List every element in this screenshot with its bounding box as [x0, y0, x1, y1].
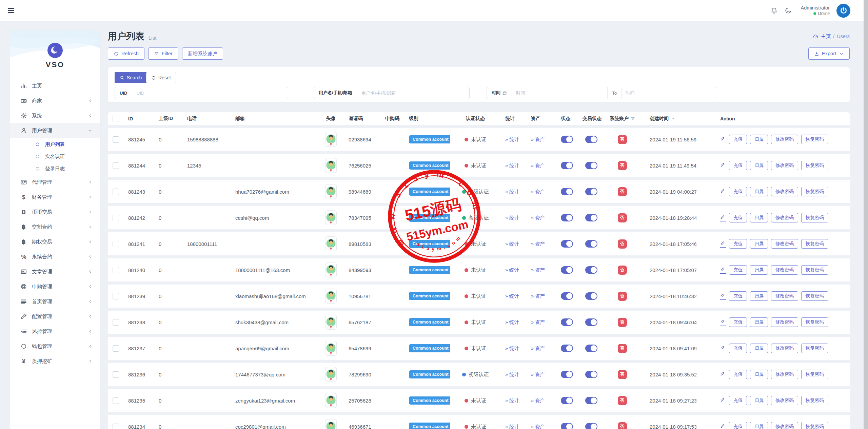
status-toggle[interactable]: [561, 423, 573, 429]
sidebar-item-2[interactable]: 系统: [10, 108, 100, 123]
sidebar-item-1[interactable]: 商家: [10, 93, 100, 108]
status-toggle[interactable]: [561, 240, 573, 248]
ownership-button[interactable]: 归属: [750, 265, 768, 275]
uid-input[interactable]: [132, 91, 288, 96]
status-toggle[interactable]: [561, 136, 573, 143]
stats-link[interactable]: » 统计: [505, 215, 519, 221]
sidebar-submenu-item[interactable]: 登录日志: [10, 162, 100, 175]
trade-status-toggle[interactable]: [585, 371, 597, 378]
stats-link[interactable]: » 统计: [505, 319, 519, 326]
sidebar-item-4[interactable]: 代理管理: [10, 175, 100, 190]
assets-link[interactable]: » 资产: [531, 241, 545, 247]
recharge-button[interactable]: 充值: [729, 265, 747, 275]
row-checkbox[interactable]: [113, 162, 119, 169]
recharge-button[interactable]: 充值: [729, 370, 747, 379]
restore-password-button[interactable]: 恢复密码: [801, 135, 828, 144]
restore-password-button[interactable]: 恢复密码: [801, 422, 828, 429]
assets-link[interactable]: » 资产: [531, 319, 545, 326]
trade-status-toggle[interactable]: [585, 345, 597, 352]
sidebar-item-9[interactable]: % 永续合约: [10, 249, 100, 264]
sidebar-item-16[interactable]: ¥ 质押挖矿: [10, 354, 100, 369]
recharge-button[interactable]: 充值: [729, 396, 747, 405]
breadcrumb-home-link[interactable]: 主页: [821, 33, 831, 40]
ownership-button[interactable]: 归属: [750, 317, 768, 327]
ownership-button[interactable]: 归属: [750, 396, 768, 405]
header-system-account[interactable]: 系统账户: [605, 116, 639, 122]
header-created-time[interactable]: 创建时间: [639, 116, 696, 122]
trade-status-toggle[interactable]: [585, 136, 597, 143]
trade-status-toggle[interactable]: [585, 292, 597, 300]
trade-status-toggle[interactable]: [585, 318, 597, 326]
export-button[interactable]: Export: [808, 47, 850, 60]
sidebar-item-11[interactable]: 申购管理: [10, 279, 100, 294]
status-toggle[interactable]: [561, 266, 573, 274]
row-checkbox[interactable]: [113, 424, 119, 429]
add-system-account-button[interactable]: 新增系统账户: [182, 47, 223, 60]
edit-pencil-icon[interactable]: [720, 136, 726, 143]
refresh-button[interactable]: Refresh: [108, 47, 144, 60]
change-password-button[interactable]: 修改密码: [771, 239, 798, 249]
status-toggle[interactable]: [561, 188, 573, 195]
select-all-checkbox[interactable]: [113, 116, 119, 122]
vertical-scrollbar[interactable]: [864, 0, 868, 429]
row-checkbox[interactable]: [113, 371, 119, 378]
status-toggle[interactable]: [561, 397, 573, 404]
trade-status-toggle[interactable]: [585, 423, 597, 429]
row-checkbox[interactable]: [113, 241, 119, 247]
change-password-button[interactable]: 修改密码: [771, 161, 798, 170]
recharge-button[interactable]: 充值: [729, 213, 747, 222]
edit-pencil-icon[interactable]: [720, 293, 726, 300]
edit-pencil-icon[interactable]: [720, 188, 726, 195]
change-password-button[interactable]: 修改密码: [771, 291, 798, 301]
assets-link[interactable]: » 资产: [531, 293, 545, 299]
stats-link[interactable]: » 统计: [505, 162, 519, 169]
sidebar-item-13[interactable]: 配置管理: [10, 309, 100, 324]
change-password-button[interactable]: 修改密码: [771, 344, 798, 353]
sidebar-item-7[interactable]: ฿ 交割合约: [10, 219, 100, 234]
stats-link[interactable]: » 统计: [505, 293, 519, 299]
recharge-button[interactable]: 充值: [729, 135, 747, 144]
restore-password-button[interactable]: 恢复密码: [801, 317, 828, 327]
sidebar-item-0[interactable]: 主页: [10, 78, 100, 93]
ownership-button[interactable]: 归属: [750, 291, 768, 301]
edit-pencil-icon[interactable]: [720, 214, 726, 221]
time-end-input[interactable]: [622, 91, 717, 96]
restore-password-button[interactable]: 恢复密码: [801, 396, 828, 405]
restore-password-button[interactable]: 恢复密码: [801, 291, 828, 301]
filter-button[interactable]: Filter: [148, 47, 178, 60]
recharge-button[interactable]: 充值: [729, 422, 747, 429]
stats-link[interactable]: » 统计: [505, 424, 519, 429]
row-checkbox[interactable]: [113, 136, 119, 143]
trade-status-toggle[interactable]: [585, 240, 597, 248]
edit-pencil-icon[interactable]: [720, 319, 726, 326]
change-password-button[interactable]: 修改密码: [771, 422, 798, 429]
assets-link[interactable]: » 资产: [531, 371, 545, 378]
row-checkbox[interactable]: [113, 293, 119, 299]
reset-button[interactable]: Reset: [146, 72, 176, 83]
trade-status-toggle[interactable]: [585, 397, 597, 404]
restore-password-button[interactable]: 恢复密码: [801, 265, 828, 275]
ownership-button[interactable]: 归属: [750, 187, 768, 196]
stats-link[interactable]: » 统计: [505, 136, 519, 143]
sidebar-item-10[interactable]: 文章管理: [10, 264, 100, 279]
status-toggle[interactable]: [561, 162, 573, 169]
change-password-button[interactable]: 修改密码: [771, 317, 798, 327]
row-checkbox[interactable]: [113, 345, 119, 352]
search-button[interactable]: Search: [115, 72, 147, 83]
edit-pencil-icon[interactable]: [720, 423, 726, 429]
change-password-button[interactable]: 修改密码: [771, 265, 798, 275]
assets-link[interactable]: » 资产: [531, 136, 545, 143]
trade-status-toggle[interactable]: [585, 188, 597, 195]
recharge-button[interactable]: 充值: [729, 291, 747, 301]
change-password-button[interactable]: 修改密码: [771, 396, 798, 405]
sidebar-item-14[interactable]: 风控管理: [10, 324, 100, 339]
row-checkbox[interactable]: [113, 397, 119, 404]
trade-status-toggle[interactable]: [585, 162, 597, 169]
change-password-button[interactable]: 修改密码: [771, 135, 798, 144]
row-checkbox[interactable]: [113, 267, 119, 273]
ownership-button[interactable]: 归属: [750, 370, 768, 379]
stats-link[interactable]: » 统计: [505, 371, 519, 378]
row-checkbox[interactable]: [113, 319, 119, 326]
restore-password-button[interactable]: 恢复密码: [801, 161, 828, 170]
ownership-button[interactable]: 归属: [750, 135, 768, 144]
